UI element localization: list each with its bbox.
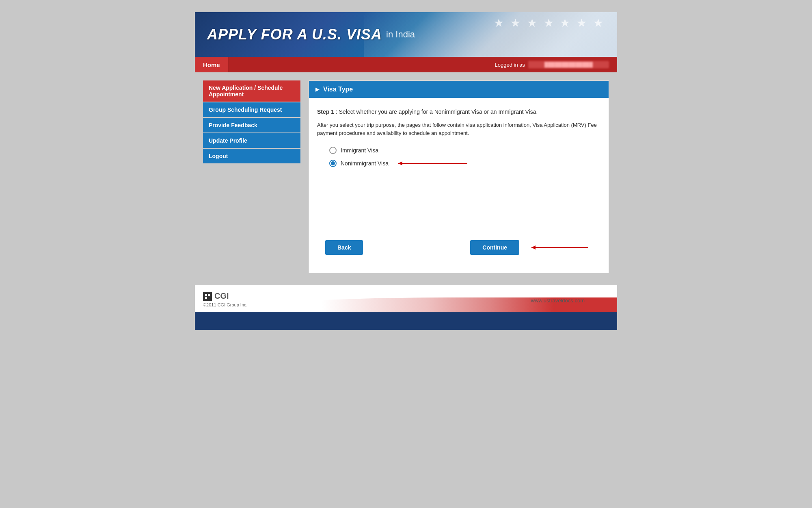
sidebar-item-new-application[interactable]: New Application / Schedule Appointment xyxy=(203,80,300,102)
sidebar-item-provide-feedback[interactable]: Provide Feedback xyxy=(203,118,300,132)
visa-type-radio-group: Immigrant Visa Nonimmigrant Visa xyxy=(329,147,600,167)
footer: CGI ©2011 CGI Group Inc. www.ustraveldoc… xyxy=(195,285,617,330)
svg-rect-6 xyxy=(208,294,210,296)
svg-rect-5 xyxy=(205,294,207,296)
home-nav-item[interactable]: Home xyxy=(195,57,229,72)
cgi-box-icon xyxy=(203,292,212,301)
visa-type-title: Visa Type xyxy=(323,86,353,93)
footer-wave-navy xyxy=(195,312,617,330)
svg-marker-1 xyxy=(398,161,402,165)
nonimmigrant-visa-radio[interactable] xyxy=(329,160,337,167)
sidebar-item-logout[interactable]: Logout xyxy=(203,149,300,163)
nonimmigrant-visa-label: Nonimmigrant Visa xyxy=(341,160,389,167)
immigrant-visa-radio[interactable] xyxy=(329,147,337,154)
logged-in-label: Logged in as xyxy=(495,62,525,68)
header-subtitle: in India xyxy=(386,29,415,40)
button-row: Back Continue xyxy=(317,232,600,263)
back-button[interactable]: Back xyxy=(325,240,363,255)
nav-bar: Home Logged in as ██████████████ xyxy=(195,57,617,72)
header-stars: ★ ★ ★ ★ ★ ★ ★ xyxy=(494,16,605,30)
visa-type-header: ▶ Visa Type xyxy=(309,81,609,98)
page-wrapper: APPLY FOR A U.S. VISA in India ★ ★ ★ ★ ★… xyxy=(195,12,617,330)
cgi-text: CGI xyxy=(214,291,229,301)
description-text: After you select your trip purpose, the … xyxy=(317,121,600,137)
immigrant-visa-option[interactable]: Immigrant Visa xyxy=(329,147,600,154)
header-banner: APPLY FOR A U.S. VISA in India ★ ★ ★ ★ ★… xyxy=(195,12,617,57)
header-title: APPLY FOR A U.S. VISA xyxy=(207,26,382,43)
nonimmigrant-visa-option[interactable]: Nonimmigrant Visa xyxy=(329,160,600,167)
step-instruction: Step 1 : Select whether you are applying… xyxy=(317,108,600,116)
svg-marker-3 xyxy=(531,245,536,250)
logged-in-value: ██████████████ xyxy=(528,61,609,68)
continue-arrow-annotation xyxy=(527,243,592,252)
expand-icon: ▶ xyxy=(315,87,319,92)
main-panel: ▶ Visa Type Step 1 : Select whether you … xyxy=(309,80,609,273)
sidebar-item-update-profile[interactable]: Update Profile xyxy=(203,133,300,148)
step-label: Step 1 xyxy=(317,109,334,115)
logged-in-section: Logged in as ██████████████ xyxy=(495,61,617,68)
continue-button[interactable]: Continue xyxy=(470,240,519,255)
sidebar: New Application / Schedule Appointment G… xyxy=(203,80,300,273)
footer-url: www.ustraveldocs.com xyxy=(531,297,585,304)
immigrant-visa-label: Immigrant Visa xyxy=(341,147,378,154)
continue-wrapper: Continue xyxy=(470,240,592,255)
step-text: : Select whether you are applying for a … xyxy=(336,109,538,115)
nonimmigrant-arrow-annotation xyxy=(394,158,475,168)
sidebar-item-group-scheduling[interactable]: Group Scheduling Request xyxy=(203,102,300,117)
svg-rect-7 xyxy=(205,297,207,299)
panel-body: Step 1 : Select whether you are applying… xyxy=(309,98,609,273)
main-content: New Application / Schedule Appointment G… xyxy=(195,72,617,281)
